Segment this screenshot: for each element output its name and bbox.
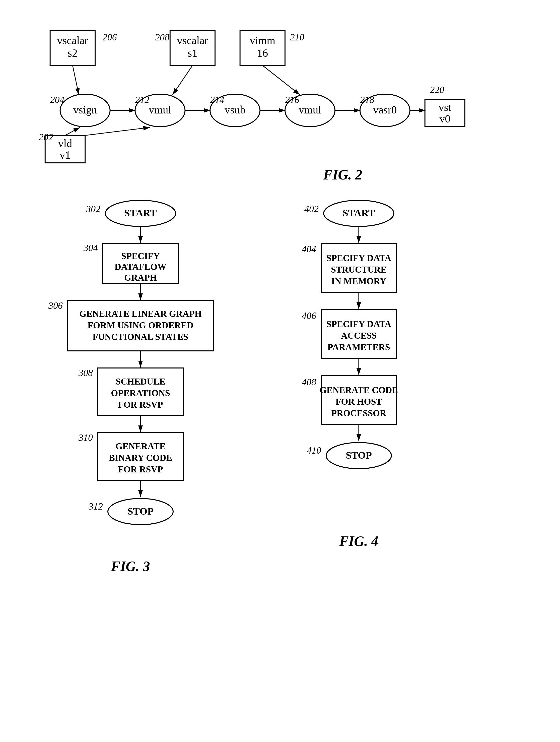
svg-text:START: START bbox=[124, 207, 157, 219]
svg-text:vmul: vmul bbox=[298, 104, 321, 116]
svg-text:406: 406 bbox=[302, 310, 316, 321]
svg-text:STOP: STOP bbox=[346, 449, 372, 461]
svg-text:220: 220 bbox=[430, 84, 444, 95]
svg-text:SCHEDULE: SCHEDULE bbox=[116, 376, 165, 386]
svg-text:SPECIFY DATA: SPECIFY DATA bbox=[326, 319, 391, 329]
svg-text:GENERATE LINEAR GRAPH: GENERATE LINEAR GRAPH bbox=[79, 309, 202, 319]
svg-text:IN MEMORY: IN MEMORY bbox=[331, 276, 386, 286]
svg-text:SPECIFY DATA: SPECIFY DATA bbox=[326, 253, 391, 263]
fig2-container: vscalar s2 206 vscalar s1 208 vimm 16 21… bbox=[30, 20, 530, 176]
svg-text:vscalar: vscalar bbox=[177, 35, 208, 46]
svg-text:310: 310 bbox=[78, 432, 93, 443]
svg-text:vasr0: vasr0 bbox=[373, 104, 397, 116]
bottom-figs: START 302 SPECIFY DATAFLOW GRAPH 304 GEN… bbox=[30, 196, 530, 574]
svg-text:306: 306 bbox=[48, 300, 63, 311]
svg-text:START: START bbox=[342, 207, 375, 219]
svg-text:210: 210 bbox=[290, 32, 304, 42]
svg-text:DATAFLOW: DATAFLOW bbox=[115, 262, 167, 272]
svg-text:16: 16 bbox=[257, 47, 268, 59]
svg-text:SPECIFY: SPECIFY bbox=[121, 251, 160, 261]
svg-text:FOR HOST: FOR HOST bbox=[335, 396, 382, 407]
svg-text:312: 312 bbox=[88, 501, 103, 512]
svg-text:216: 216 bbox=[285, 94, 299, 105]
svg-line-36 bbox=[173, 65, 193, 95]
svg-text:212: 212 bbox=[135, 94, 149, 105]
fig4-label: FIG. 4 bbox=[281, 533, 437, 549]
svg-text:vld: vld bbox=[58, 137, 72, 149]
svg-text:GRAPH: GRAPH bbox=[124, 273, 157, 283]
svg-text:308: 308 bbox=[78, 368, 93, 378]
svg-text:404: 404 bbox=[302, 244, 316, 254]
svg-text:218: 218 bbox=[360, 94, 374, 105]
fig3-svg: START 302 SPECIFY DATAFLOW GRAPH 304 GEN… bbox=[30, 196, 231, 547]
fig4-svg: START 402 SPECIFY DATA STRUCTURE IN MEMO… bbox=[261, 196, 437, 522]
svg-text:s1: s1 bbox=[188, 47, 198, 59]
svg-text:v1: v1 bbox=[60, 149, 71, 161]
svg-text:vsub: vsub bbox=[225, 104, 245, 116]
svg-text:s2: s2 bbox=[68, 47, 77, 59]
svg-text:208: 208 bbox=[155, 32, 169, 42]
svg-text:GENERATE: GENERATE bbox=[115, 441, 165, 451]
svg-text:vscalar: vscalar bbox=[57, 35, 88, 46]
svg-text:204: 204 bbox=[50, 94, 64, 105]
svg-text:FOR RSVP: FOR RSVP bbox=[118, 464, 163, 474]
svg-text:BINARY CODE: BINARY CODE bbox=[109, 453, 172, 463]
svg-text:v0: v0 bbox=[439, 113, 450, 125]
svg-text:vimm: vimm bbox=[249, 35, 275, 46]
svg-text:PARAMETERS: PARAMETERS bbox=[327, 342, 390, 352]
svg-text:FORM USING ORDERED: FORM USING ORDERED bbox=[88, 320, 193, 330]
fig4-container: START 402 SPECIFY DATA STRUCTURE IN MEMO… bbox=[261, 196, 437, 549]
svg-text:OPERATIONS: OPERATIONS bbox=[111, 388, 170, 398]
svg-text:402: 402 bbox=[304, 204, 319, 214]
svg-line-43 bbox=[65, 127, 80, 136]
svg-text:PROCESSOR: PROCESSOR bbox=[331, 408, 387, 418]
svg-text:214: 214 bbox=[210, 94, 224, 105]
page: vscalar s2 206 vscalar s1 208 vimm 16 21… bbox=[0, 0, 560, 742]
svg-line-44 bbox=[85, 127, 150, 136]
fig3-container: START 302 SPECIFY DATAFLOW GRAPH 304 GEN… bbox=[30, 196, 231, 574]
svg-text:vsign: vsign bbox=[73, 104, 97, 116]
fig2-svg: vscalar s2 206 vscalar s1 208 vimm 16 21… bbox=[30, 20, 530, 176]
svg-text:304: 304 bbox=[83, 243, 98, 253]
svg-text:STRUCTURE: STRUCTURE bbox=[331, 265, 387, 275]
svg-text:302: 302 bbox=[86, 204, 100, 214]
svg-text:GENERATE CODE: GENERATE CODE bbox=[320, 385, 398, 395]
svg-text:STOP: STOP bbox=[127, 506, 154, 517]
svg-text:206: 206 bbox=[103, 32, 117, 42]
svg-text:202: 202 bbox=[39, 132, 53, 142]
svg-text:vmul: vmul bbox=[149, 104, 171, 116]
svg-text:FUNCTIONAL STATES: FUNCTIONAL STATES bbox=[93, 332, 188, 342]
svg-line-35 bbox=[72, 65, 79, 95]
svg-text:410: 410 bbox=[307, 445, 321, 456]
svg-text:FOR RSVP: FOR RSVP bbox=[118, 400, 163, 410]
svg-line-37 bbox=[263, 65, 300, 95]
svg-text:ACCESS: ACCESS bbox=[341, 331, 377, 340]
fig3-label: FIG. 3 bbox=[30, 558, 231, 574]
svg-text:vst: vst bbox=[439, 101, 451, 113]
svg-text:408: 408 bbox=[302, 377, 316, 387]
